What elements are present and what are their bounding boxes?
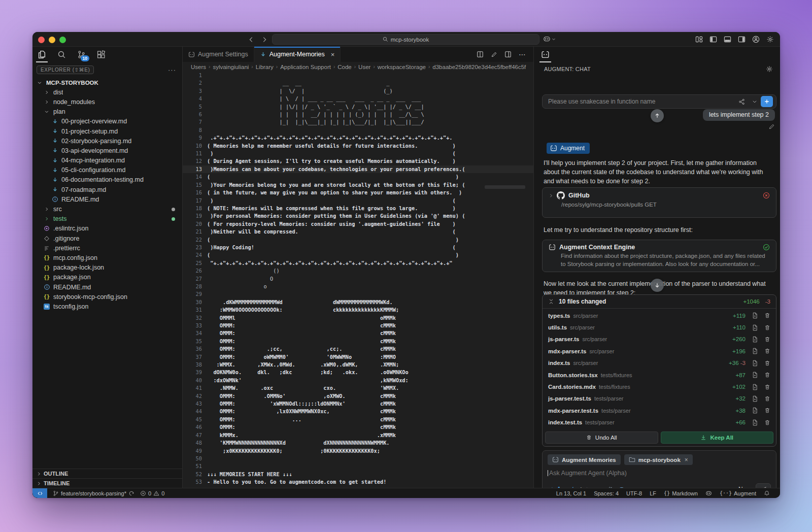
minimize-window-button[interactable] xyxy=(49,37,55,43)
changed-file-row[interactable]: js-parser.test.tstests/parser+32 xyxy=(543,395,776,402)
context-engine-card[interactable]: Augment Context Engine Find information … xyxy=(542,240,776,272)
cursor-position[interactable]: Ln 13, Col 1 xyxy=(556,490,586,496)
context-chip-augment-memories[interactable]: Augment Memories xyxy=(548,454,621,465)
settings-gear-icon[interactable] xyxy=(766,36,774,43)
open-diff-icon[interactable] xyxy=(752,372,758,378)
delete-change-icon[interactable] xyxy=(764,407,770,414)
notifications-bell-icon[interactable] xyxy=(764,490,770,496)
augment-status[interactable]: {··}Augment xyxy=(720,490,756,496)
breadcrumb-segment[interactable]: Code xyxy=(337,64,352,70)
breadcrumb-segment[interactable]: d3baabe25b9820e3d4ec5fbeff46c5f xyxy=(432,64,526,70)
tree-item--eslintrc-json[interactable]: .eslintrc.json xyxy=(32,224,182,234)
customize-layout-icon[interactable] xyxy=(695,36,703,43)
tree-item-readme-md[interactable]: README.md xyxy=(32,282,182,292)
extensions-icon[interactable] xyxy=(97,50,106,59)
tree-item-mcp-config-json[interactable]: {}mcp.config.json xyxy=(32,253,182,262)
tree-item-package-lock-json[interactable]: {}package-lock.json xyxy=(32,263,182,273)
chat-settings-gear-icon[interactable] xyxy=(766,65,773,73)
tree-item-00-project-overview-md[interactable]: 00-project-overview.md xyxy=(32,117,182,126)
tree-item-plan[interactable]: plan xyxy=(32,107,182,117)
scroll-down-button[interactable] xyxy=(651,279,664,292)
chevron-down-icon[interactable] xyxy=(752,99,757,104)
undo-all-button[interactable]: Undo All xyxy=(545,431,658,444)
changed-file-row[interactable]: index.test.tstests/parser+66 xyxy=(543,419,776,426)
explorer-more-icon[interactable]: ··· xyxy=(168,66,176,74)
edit-pencil-icon[interactable] xyxy=(491,51,497,58)
toggle-panel-icon[interactable] xyxy=(724,36,731,43)
window-controls[interactable] xyxy=(38,37,66,43)
tree-item-readme-md[interactable]: README.md xyxy=(32,194,182,204)
toggle-sidebar-icon[interactable] xyxy=(709,36,717,43)
account-icon[interactable] xyxy=(752,36,760,43)
open-diff-icon[interactable] xyxy=(752,419,758,426)
copilot-menu[interactable] xyxy=(543,35,556,43)
tree-item-node-modules[interactable]: node_modules xyxy=(32,97,182,107)
open-diff-icon[interactable] xyxy=(752,312,758,319)
tree-item-tsconfig-json[interactable]: tstsconfig.json xyxy=(32,302,182,311)
command-center-search[interactable]: mcp-storybook xyxy=(272,34,539,45)
collapse-all-icon[interactable] xyxy=(548,298,554,305)
changed-file-row[interactable]: index.tssrc/parser+36 -3 xyxy=(543,360,776,367)
open-changes-icon[interactable] xyxy=(477,51,484,58)
edit-message-icon[interactable] xyxy=(768,123,775,130)
tab-augment-memories[interactable]: Augment-Memories× xyxy=(254,47,341,62)
close-window-button[interactable] xyxy=(38,37,45,43)
delete-change-icon[interactable] xyxy=(764,395,770,402)
open-diff-icon[interactable] xyxy=(752,395,758,402)
toggle-secondary-sidebar-icon[interactable] xyxy=(738,36,746,43)
back-icon[interactable] xyxy=(248,36,255,43)
branch-indicator[interactable]: feature/storybook-parsing* xyxy=(53,490,134,496)
search-sidebar-icon[interactable] xyxy=(57,50,66,59)
delete-change-icon[interactable] xyxy=(764,312,770,319)
tree-item-03-api-development-md[interactable]: 03-api-development.md xyxy=(32,146,182,155)
share-icon[interactable] xyxy=(738,98,745,105)
tree-item-dist[interactable]: dist xyxy=(32,87,182,97)
delete-change-icon[interactable] xyxy=(764,336,770,343)
outline-section[interactable]: OUTLINE xyxy=(32,469,182,478)
breadcrumb-segment[interactable]: sylvaingiuliani xyxy=(213,64,249,70)
breadcrumb-segment[interactable]: workspaceStorage xyxy=(378,64,426,70)
more-actions-icon[interactable]: ⋯ xyxy=(519,50,526,58)
language-mode[interactable]: {}Markdown xyxy=(664,490,698,496)
changed-file-row[interactable]: mdx-parser.test.tstests/parser+38 xyxy=(543,407,776,414)
encoding[interactable]: UTF-8 xyxy=(626,490,642,496)
explorer-icon[interactable] xyxy=(38,50,46,59)
source-control-icon[interactable]: 10 xyxy=(77,50,86,59)
breadcrumb[interactable]: Users›sylvaingiuliani›Library›Applicatio… xyxy=(183,62,533,72)
forward-icon[interactable] xyxy=(261,36,268,43)
copilot-status-icon[interactable] xyxy=(705,490,712,496)
delete-change-icon[interactable] xyxy=(764,348,770,354)
add-guideline-button[interactable] xyxy=(761,96,773,107)
tree-item-storybook-mcp-config-json[interactable]: {}storybook-mcp-config.json xyxy=(32,292,182,302)
breadcrumb-segment[interactable]: User xyxy=(358,64,370,70)
tree-item-07-roadmap-md[interactable]: 07-roadmap.md xyxy=(32,185,182,194)
delete-change-icon[interactable] xyxy=(764,419,770,426)
augment-panel-icon[interactable] xyxy=(541,50,550,59)
delete-change-icon[interactable] xyxy=(764,372,770,378)
tree-item--prettierrc[interactable]: .prettierrc xyxy=(32,243,182,253)
tree-item-02-storybook-parsing-md[interactable]: 02-storybook-parsing.md xyxy=(32,136,182,146)
changed-file-row[interactable]: mdx-parser.tssrc/parser+196 xyxy=(543,348,776,354)
tab-augment-settings[interactable]: Augment Settings xyxy=(183,47,254,62)
keep-all-button[interactable]: Keep All xyxy=(661,431,774,444)
changed-file-row[interactable]: js-parser.tssrc/parser+260 xyxy=(543,336,776,343)
remove-chip-icon[interactable]: × xyxy=(685,456,688,463)
context-chip-mcp-storybook[interactable]: mcp-storybook× xyxy=(624,454,693,465)
chat-guideline-input[interactable]: Please use snakecase in function name xyxy=(542,94,776,109)
zoom-window-button[interactable] xyxy=(59,37,66,43)
indentation[interactable]: Spaces: 4 xyxy=(594,490,619,496)
open-diff-icon[interactable] xyxy=(752,360,758,367)
breadcrumb-segment[interactable]: Application Support xyxy=(280,64,331,70)
open-diff-icon[interactable] xyxy=(752,348,758,354)
changed-file-row[interactable]: Button.stories.tsxtests/fixtures+87 xyxy=(543,372,776,378)
tree-root[interactable]: MCP-STORYBOOK xyxy=(32,78,182,87)
remote-indicator[interactable] xyxy=(32,488,47,498)
close-tab-icon[interactable]: × xyxy=(331,51,335,58)
tree-item-04-mcp-integration-md[interactable]: 04-mcp-integration.md xyxy=(32,156,182,165)
problems-indicator[interactable]: 0 0 xyxy=(140,490,164,496)
tree-item-tests[interactable]: tests xyxy=(32,214,182,224)
tree-item--gitignore[interactable]: .gitignore xyxy=(32,234,182,243)
delete-change-icon[interactable] xyxy=(764,324,770,331)
changed-file-row[interactable]: types.tssrc/parser+119 xyxy=(543,312,776,319)
open-diff-icon[interactable] xyxy=(752,407,758,414)
